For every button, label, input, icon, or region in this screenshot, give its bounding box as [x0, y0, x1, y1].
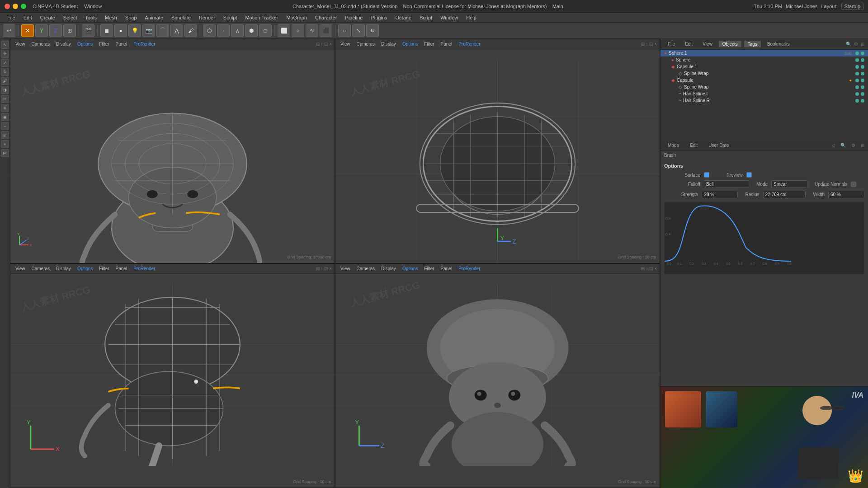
mode-collapse-icon[interactable]: ◁: [831, 143, 835, 148]
menu-snap[interactable]: Snap: [122, 14, 141, 21]
tool-weld[interactable]: ◉: [1, 113, 9, 121]
vp-top-view[interactable]: View: [338, 41, 353, 47]
menu-window[interactable]: Window: [437, 14, 462, 21]
tool-snap[interactable]: ⌖: [1, 140, 9, 148]
tree-item-hairspline-l[interactable]: ~ Hair Spline L: [660, 90, 868, 97]
viewport-front-canvas[interactable]: Y Z Grid Spacing : 10 cm 人人素材 RRCG: [335, 274, 660, 488]
menu-edit[interactable]: Edit: [20, 14, 36, 21]
menu-script[interactable]: Script: [416, 14, 436, 21]
menu-select[interactable]: Select: [60, 14, 81, 21]
minimize-button[interactable]: [13, 4, 18, 9]
menu-sculpt[interactable]: Sculpt: [220, 14, 241, 21]
vp-front-view[interactable]: View: [338, 265, 353, 272]
menu-render[interactable]: Render: [195, 14, 219, 21]
vp-top-display[interactable]: Display: [379, 41, 398, 47]
model-mode-button[interactable]: ⬡: [203, 24, 216, 37]
light-button[interactable]: 💡: [128, 24, 141, 37]
paint-button[interactable]: 🖌: [184, 24, 197, 37]
mode-settings-icon[interactable]: ⚙: [851, 143, 855, 148]
deform-button[interactable]: ⋀: [170, 24, 183, 37]
tree-item-capsule[interactable]: ◆ Capsule ●: [660, 77, 868, 84]
tool-bend[interactable]: ⌢: [1, 122, 9, 130]
tool-select[interactable]: ↖: [1, 41, 9, 49]
tool-rotate[interactable]: ↻: [1, 68, 9, 76]
vp-top-prorender[interactable]: ProRender: [456, 41, 482, 47]
mode-expand-icon[interactable]: ⊞: [861, 143, 864, 148]
spline-button[interactable]: ⌒: [156, 24, 169, 37]
vp-right-prorender[interactable]: ProRender: [131, 265, 157, 272]
panel-search-icon[interactable]: 🔍: [846, 42, 851, 47]
undo-button[interactable]: ↩: [3, 24, 15, 37]
window-menu[interactable]: Window: [84, 4, 102, 9]
options-radius-value[interactable]: 22.769 cm: [763, 191, 806, 198]
tool-scale[interactable]: ⤢: [1, 59, 9, 67]
options-mode-value[interactable]: Smear: [771, 180, 807, 188]
vp-right-view[interactable]: View: [13, 265, 28, 272]
vp-perspective-panel[interactable]: Panel: [113, 41, 130, 47]
tree-item-capsule1[interactable]: ◆ Capsule.1: [660, 63, 868, 70]
vp-top-options[interactable]: Options: [400, 41, 420, 47]
move-tool-button[interactable]: ✕: [21, 24, 34, 37]
options-falloff-value[interactable]: Bell: [704, 180, 749, 188]
cube-button[interactable]: ◼: [100, 24, 113, 37]
edge-mode-button[interactable]: ∧: [231, 24, 244, 37]
viewport-front[interactable]: View Cameras Display Options Filter Pane…: [335, 263, 660, 488]
y-axis-button[interactable]: Y: [35, 24, 48, 37]
vp-front-panel[interactable]: Panel: [439, 265, 455, 272]
vp-perspective-options[interactable]: Options: [75, 41, 95, 47]
tool-axis[interactable]: ⊞: [1, 131, 9, 139]
viewport-right[interactable]: View Cameras Display Options Filter Pane…: [10, 263, 335, 488]
selection-rect-button[interactable]: ⬜: [278, 24, 290, 37]
vp-perspective-view[interactable]: View: [13, 41, 28, 47]
tool-magnet[interactable]: ⊕: [1, 104, 9, 112]
tool-knife[interactable]: ✂: [1, 95, 9, 103]
menu-create[interactable]: Create: [37, 14, 59, 21]
viewport-top-canvas[interactable]: Y Z Grid Spacing : 10 cm 人人素材 RRCG: [335, 49, 660, 263]
tree-item-hairspline-r[interactable]: ~ Hair Spline R: [660, 97, 868, 104]
camera-button[interactable]: 📷: [142, 24, 155, 37]
vp-perspective-filter[interactable]: Filter: [97, 41, 111, 47]
lasso-button[interactable]: ∿: [306, 24, 318, 37]
options-surface-checkbox[interactable]: [704, 172, 709, 178]
point-mode-button[interactable]: ·: [217, 24, 230, 37]
panel-tab-objects[interactable]: Objects: [719, 41, 741, 47]
z-axis-button[interactable]: Z: [49, 24, 62, 37]
vp-front-options[interactable]: Options: [400, 265, 420, 272]
vp-right-panel[interactable]: Panel: [113, 265, 130, 272]
panel-tab-bookmarks[interactable]: Bookmarks: [764, 41, 793, 47]
viewport-perspective[interactable]: View Cameras Display Options Filter Pane…: [10, 39, 335, 263]
menu-tools[interactable]: Tools: [81, 14, 100, 21]
vp-front-prorender[interactable]: ProRender: [456, 265, 482, 272]
menu-help[interactable]: Help: [462, 14, 480, 21]
tool-paint[interactable]: 🖌: [1, 77, 9, 85]
fill-selection-button[interactable]: ⬛: [320, 24, 332, 37]
menu-mesh[interactable]: Mesh: [101, 14, 121, 21]
panel-expand-icon[interactable]: ⊞: [861, 42, 864, 47]
viewport-top[interactable]: View Cameras Display Options Filter Pane…: [335, 39, 660, 263]
vp-right-cameras[interactable]: Cameras: [29, 265, 52, 272]
menu-character[interactable]: Character: [311, 14, 340, 21]
tree-item-sphere1[interactable]: ● Sphere.1 ⊞⊞: [660, 50, 868, 56]
snap-button[interactable]: ⊞: [63, 24, 76, 37]
selection-circle-button[interactable]: ○: [292, 24, 304, 37]
maximize-button[interactable]: [21, 4, 26, 9]
vp-top-filter[interactable]: Filter: [422, 41, 436, 47]
tree-item-splinewrap1[interactable]: ◇ Spline Wrap: [660, 70, 868, 77]
layout-dropdown[interactable]: Startup: [841, 3, 863, 10]
mode-tab-edit[interactable]: Edit: [686, 142, 701, 149]
scale-button[interactable]: ⤡: [352, 24, 365, 37]
rotate-button[interactable]: ↻: [366, 24, 379, 37]
move-button[interactable]: ↔: [338, 24, 351, 37]
window-controls[interactable]: CINEMA 4D Student Window: [5, 4, 102, 9]
close-button[interactable]: [5, 4, 10, 9]
vp-perspective-prorender[interactable]: ProRender: [131, 41, 157, 47]
options-preview-checkbox[interactable]: [746, 172, 752, 178]
mode-search-icon[interactable]: 🔍: [840, 143, 846, 148]
vp-front-filter[interactable]: Filter: [422, 265, 436, 272]
panel-tab-edit[interactable]: Edit: [681, 41, 696, 47]
vp-top-panel[interactable]: Panel: [439, 41, 455, 47]
panel-settings-icon[interactable]: ⚙: [854, 42, 858, 47]
options-update-normals-checkbox[interactable]: [851, 182, 856, 187]
poly-mode-button[interactable]: ⬢: [245, 24, 258, 37]
tree-item-splinewrap2[interactable]: ◇ Spline Wrap: [660, 84, 868, 90]
